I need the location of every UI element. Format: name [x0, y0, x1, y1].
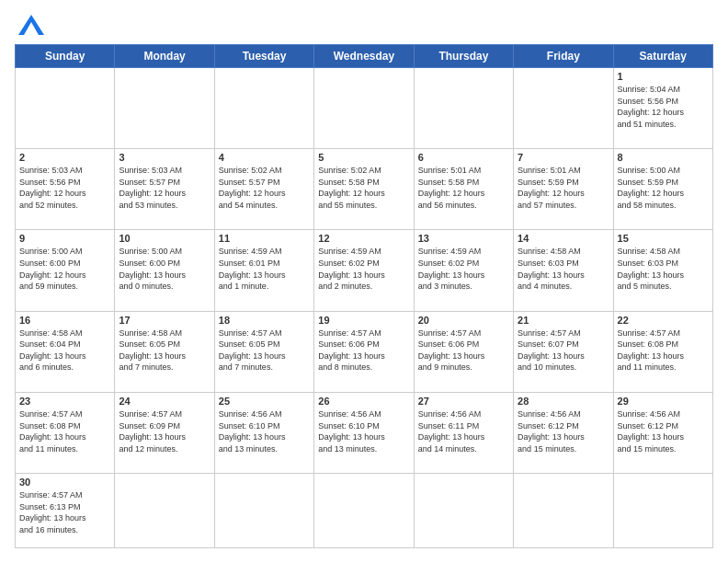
day-number: 25: [219, 396, 310, 407]
day-info: Sunrise: 4:58 AM Sunset: 6:03 PM Dayligh…: [618, 246, 709, 292]
logo: [15, 15, 44, 35]
calendar-cell: [214, 68, 313, 149]
day-info: Sunrise: 5:02 AM Sunset: 5:57 PM Dayligh…: [219, 165, 310, 211]
day-number: 24: [119, 396, 210, 407]
day-number: 22: [618, 315, 709, 326]
header-day-tuesday: Tuesday: [214, 45, 313, 68]
day-info: Sunrise: 5:04 AM Sunset: 5:56 PM Dayligh…: [618, 84, 709, 130]
day-info: Sunrise: 4:57 AM Sunset: 6:05 PM Dayligh…: [219, 327, 310, 373]
week-row-5: 30Sunrise: 4:57 AM Sunset: 6:13 PM Dayli…: [16, 474, 713, 548]
day-number: 28: [518, 396, 609, 407]
week-row-2: 9Sunrise: 5:00 AM Sunset: 6:00 PM Daylig…: [16, 230, 713, 311]
day-number: 26: [318, 396, 409, 407]
day-info: Sunrise: 4:59 AM Sunset: 6:02 PM Dayligh…: [418, 246, 509, 292]
day-info: Sunrise: 4:56 AM Sunset: 6:12 PM Dayligh…: [518, 408, 609, 454]
day-info: Sunrise: 4:56 AM Sunset: 6:12 PM Dayligh…: [618, 408, 709, 454]
header-day-wednesday: Wednesday: [314, 45, 414, 68]
calendar-cell: 14Sunrise: 4:58 AM Sunset: 6:03 PM Dayli…: [514, 230, 613, 311]
calendar-cell: 5Sunrise: 5:02 AM Sunset: 5:58 PM Daylig…: [314, 149, 414, 230]
calendar-cell: [16, 68, 115, 149]
day-number: 14: [518, 233, 609, 244]
day-info: Sunrise: 4:57 AM Sunset: 6:06 PM Dayligh…: [418, 327, 509, 373]
day-info: Sunrise: 4:57 AM Sunset: 6:06 PM Dayligh…: [318, 327, 409, 373]
day-info: Sunrise: 5:01 AM Sunset: 5:59 PM Dayligh…: [518, 165, 609, 211]
calendar-cell: 6Sunrise: 5:01 AM Sunset: 5:58 PM Daylig…: [414, 149, 513, 230]
calendar-cell: [314, 68, 414, 149]
day-info: Sunrise: 4:57 AM Sunset: 6:09 PM Dayligh…: [119, 408, 210, 454]
calendar-cell: [214, 474, 313, 548]
calendar-cell: 25Sunrise: 4:56 AM Sunset: 6:10 PM Dayli…: [214, 392, 313, 473]
day-number: 6: [418, 152, 509, 163]
calendar-body: 1Sunrise: 5:04 AM Sunset: 5:56 PM Daylig…: [16, 68, 713, 548]
day-number: 2: [19, 152, 110, 163]
day-number: 5: [318, 152, 409, 163]
calendar-cell: 28Sunrise: 4:56 AM Sunset: 6:12 PM Dayli…: [514, 392, 613, 473]
calendar-cell: [613, 474, 712, 548]
day-info: Sunrise: 5:03 AM Sunset: 5:56 PM Dayligh…: [19, 165, 110, 211]
calendar-cell: 24Sunrise: 4:57 AM Sunset: 6:09 PM Dayli…: [115, 392, 214, 473]
calendar-cell: 3Sunrise: 5:03 AM Sunset: 5:57 PM Daylig…: [115, 149, 214, 230]
day-info: Sunrise: 5:00 AM Sunset: 6:00 PM Dayligh…: [19, 246, 110, 292]
calendar-cell: 22Sunrise: 4:57 AM Sunset: 6:08 PM Dayli…: [613, 311, 712, 392]
calendar-cell: [115, 68, 214, 149]
day-number: 20: [418, 315, 509, 326]
calendar-cell: 18Sunrise: 4:57 AM Sunset: 6:05 PM Dayli…: [214, 311, 313, 392]
day-number: 4: [219, 152, 310, 163]
day-number: 30: [19, 477, 110, 488]
day-number: 13: [418, 233, 509, 244]
day-info: Sunrise: 4:57 AM Sunset: 6:08 PM Dayligh…: [618, 327, 709, 373]
day-info: Sunrise: 4:57 AM Sunset: 6:07 PM Dayligh…: [518, 327, 609, 373]
calendar-cell: 19Sunrise: 4:57 AM Sunset: 6:06 PM Dayli…: [314, 311, 414, 392]
calendar-cell: 16Sunrise: 4:58 AM Sunset: 6:04 PM Dayli…: [16, 311, 115, 392]
header: [15, 15, 713, 35]
calendar-cell: [115, 474, 214, 548]
calendar-cell: [414, 474, 513, 548]
calendar-table: SundayMondayTuesdayWednesdayThursdayFrid…: [15, 44, 713, 548]
week-row-1: 2Sunrise: 5:03 AM Sunset: 5:56 PM Daylig…: [16, 149, 713, 230]
calendar-cell: 11Sunrise: 4:59 AM Sunset: 6:01 PM Dayli…: [214, 230, 313, 311]
day-number: 29: [618, 396, 709, 407]
header-day-monday: Monday: [115, 45, 214, 68]
day-number: 21: [518, 315, 609, 326]
calendar-cell: 21Sunrise: 4:57 AM Sunset: 6:07 PM Dayli…: [514, 311, 613, 392]
calendar-cell: 12Sunrise: 4:59 AM Sunset: 6:02 PM Dayli…: [314, 230, 414, 311]
day-info: Sunrise: 4:57 AM Sunset: 6:08 PM Dayligh…: [19, 408, 110, 454]
day-number: 8: [618, 152, 709, 163]
day-number: 17: [119, 315, 210, 326]
calendar-cell: 23Sunrise: 4:57 AM Sunset: 6:08 PM Dayli…: [16, 392, 115, 473]
day-number: 10: [119, 233, 210, 244]
day-info: Sunrise: 5:02 AM Sunset: 5:58 PM Dayligh…: [318, 165, 409, 211]
calendar-cell: 20Sunrise: 4:57 AM Sunset: 6:06 PM Dayli…: [414, 311, 513, 392]
day-info: Sunrise: 4:56 AM Sunset: 6:10 PM Dayligh…: [219, 408, 310, 454]
calendar-cell: [514, 474, 613, 548]
day-number: 9: [19, 233, 110, 244]
day-info: Sunrise: 4:59 AM Sunset: 6:01 PM Dayligh…: [219, 246, 310, 292]
calendar-page: SundayMondayTuesdayWednesdayThursdayFrid…: [0, 0, 728, 563]
day-info: Sunrise: 4:58 AM Sunset: 6:05 PM Dayligh…: [119, 327, 210, 373]
day-number: 12: [318, 233, 409, 244]
calendar-cell: 8Sunrise: 5:00 AM Sunset: 5:59 PM Daylig…: [613, 149, 712, 230]
day-number: 27: [418, 396, 509, 407]
header-day-friday: Friday: [514, 45, 613, 68]
calendar-cell: 2Sunrise: 5:03 AM Sunset: 5:56 PM Daylig…: [16, 149, 115, 230]
calendar-cell: 13Sunrise: 4:59 AM Sunset: 6:02 PM Dayli…: [414, 230, 513, 311]
day-info: Sunrise: 4:56 AM Sunset: 6:10 PM Dayligh…: [318, 408, 409, 454]
week-row-0: 1Sunrise: 5:04 AM Sunset: 5:56 PM Daylig…: [16, 68, 713, 149]
day-number: 23: [19, 396, 110, 407]
week-row-4: 23Sunrise: 4:57 AM Sunset: 6:08 PM Dayli…: [16, 392, 713, 473]
day-info: Sunrise: 4:56 AM Sunset: 6:11 PM Dayligh…: [418, 408, 509, 454]
day-info: Sunrise: 5:00 AM Sunset: 6:00 PM Dayligh…: [119, 246, 210, 292]
calendar-cell: 29Sunrise: 4:56 AM Sunset: 6:12 PM Dayli…: [613, 392, 712, 473]
day-number: 7: [518, 152, 609, 163]
calendar-cell: [514, 68, 613, 149]
calendar-header-row: SundayMondayTuesdayWednesdayThursdayFrid…: [16, 45, 713, 68]
calendar-cell: 4Sunrise: 5:02 AM Sunset: 5:57 PM Daylig…: [214, 149, 313, 230]
calendar-cell: 30Sunrise: 4:57 AM Sunset: 6:13 PM Dayli…: [16, 474, 115, 548]
calendar-cell: [414, 68, 513, 149]
day-number: 15: [618, 233, 709, 244]
calendar-cell: 15Sunrise: 4:58 AM Sunset: 6:03 PM Dayli…: [613, 230, 712, 311]
day-info: Sunrise: 4:58 AM Sunset: 6:04 PM Dayligh…: [19, 327, 110, 373]
header-day-sunday: Sunday: [16, 45, 115, 68]
header-day-saturday: Saturday: [613, 45, 712, 68]
week-row-3: 16Sunrise: 4:58 AM Sunset: 6:04 PM Dayli…: [16, 311, 713, 392]
